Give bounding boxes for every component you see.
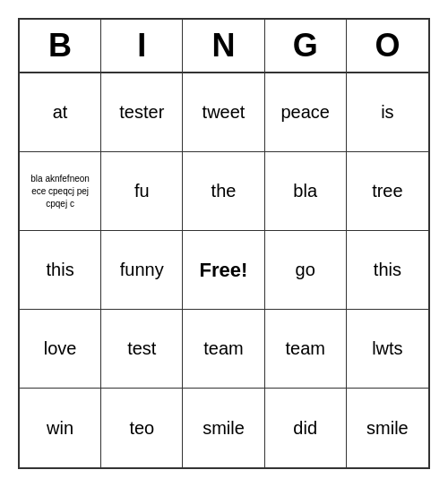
bingo-cell: smile (347, 389, 428, 467)
bingo-cell: tweet (183, 73, 264, 152)
bingo-cell: teo (101, 389, 183, 467)
bingo-cell: funny (101, 231, 183, 310)
header-letter: N (183, 20, 264, 72)
bingo-cell: tree (347, 152, 428, 231)
header-letter: B (20, 20, 101, 72)
bingo-header: BINGO (20, 20, 428, 73)
bingo-cell: at (20, 73, 101, 152)
bingo-cell: go (265, 231, 347, 310)
bingo-cell: Free! (183, 231, 264, 310)
bingo-cell: did (265, 389, 347, 467)
bingo-card: BINGO attestertweetpeaceisbla aknfefneon… (18, 18, 430, 469)
bingo-cell: win (20, 389, 101, 467)
bingo-cell: team (183, 310, 264, 389)
bingo-cell: bla (265, 152, 347, 231)
header-letter: O (347, 20, 428, 72)
bingo-grid: attestertweetpeaceisbla aknfefneon ece c… (20, 73, 428, 467)
bingo-cell: smile (183, 389, 264, 467)
bingo-cell: team (265, 310, 347, 389)
bingo-cell: is (347, 73, 428, 152)
bingo-cell: this (20, 231, 101, 310)
bingo-cell: lwts (347, 310, 428, 389)
bingo-cell: fu (101, 152, 183, 231)
bingo-cell: the (183, 152, 264, 231)
bingo-cell: bla aknfefneon ece cpeqcj pej cpqej c (20, 152, 101, 231)
bingo-cell: peace (265, 73, 347, 152)
bingo-cell: tester (101, 73, 183, 152)
header-letter: I (101, 20, 183, 72)
header-letter: G (265, 20, 347, 72)
bingo-cell: test (101, 310, 183, 389)
bingo-cell: this (347, 231, 428, 310)
bingo-cell: love (20, 310, 101, 389)
